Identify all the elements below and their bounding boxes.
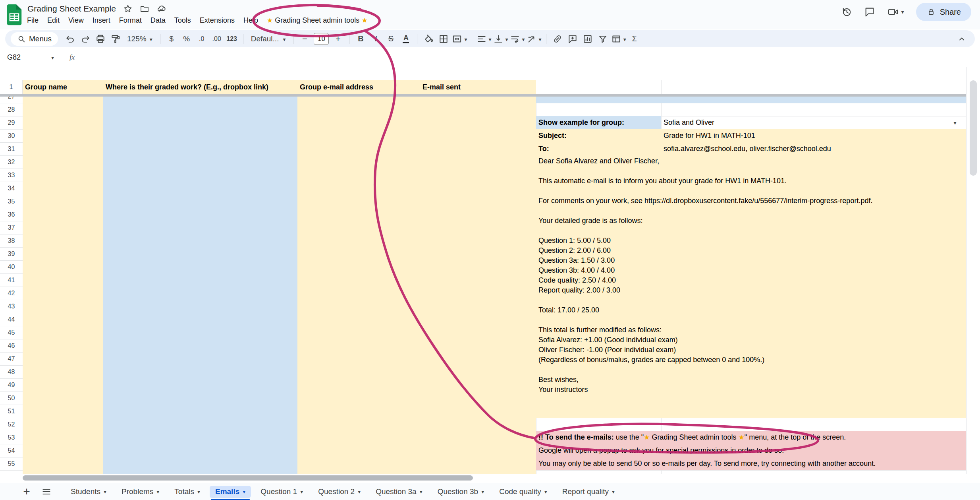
functions-button[interactable]: Σ — [628, 32, 641, 46]
sheet-tab[interactable]: Report quality — [557, 486, 620, 498]
decrease-decimals-button[interactable]: .0 — [195, 32, 208, 46]
sheet-tab[interactable]: Question 2 — [313, 486, 366, 498]
group-selector-value[interactable]: Sofia and Oliver — [664, 116, 714, 129]
sheet-tab[interactable]: Emails — [210, 486, 251, 498]
menu-item[interactable]: Tools — [170, 15, 195, 26]
row-number[interactable]: 44 — [0, 313, 23, 326]
font-select[interactable]: Defaul... — [248, 32, 289, 46]
create-filter-button[interactable] — [596, 32, 610, 46]
menu-item[interactable]: Insert — [88, 15, 115, 26]
menus-search-button[interactable]: Menus — [11, 32, 58, 46]
sheet-tab[interactable]: Problems — [116, 486, 165, 498]
row-number[interactable]: 39 — [0, 247, 23, 260]
paint-format-button[interactable] — [109, 32, 122, 46]
row-number[interactable]: 53 — [0, 431, 23, 444]
spreadsheet-grid[interactable]: 27 28 29 30 31 32 33 34 35 36 37 38 39 4… — [0, 97, 966, 474]
menu-item[interactable]: Help — [239, 15, 262, 26]
row-number[interactable]: 40 — [0, 260, 23, 273]
text-color-button[interactable]: A — [399, 32, 413, 46]
row-number[interactable]: 43 — [0, 300, 23, 313]
increase-font-size-button[interactable]: + — [331, 32, 345, 46]
redo-button[interactable] — [79, 32, 92, 46]
print-button[interactable] — [94, 32, 107, 46]
table-views-button[interactable] — [611, 32, 626, 46]
all-sheets-button[interactable] — [40, 485, 53, 498]
menu-item[interactable]: Format — [115, 15, 146, 26]
row-number[interactable]: 54 — [0, 444, 23, 457]
merge-cells-button[interactable] — [452, 32, 467, 46]
row-number[interactable]: 45 — [0, 326, 23, 339]
insert-chart-button[interactable] — [581, 32, 594, 46]
row-number[interactable]: 48 — [0, 365, 23, 378]
share-button[interactable]: Share — [916, 3, 971, 21]
group-selector-dropdown-icon[interactable] — [949, 116, 961, 129]
sheet-tab[interactable]: Question 3b — [432, 486, 490, 498]
format-currency-button[interactable]: $ — [165, 32, 178, 46]
row-number[interactable]: 51 — [0, 405, 23, 418]
insert-comment-button[interactable] — [566, 32, 579, 46]
format-percent-button[interactable]: % — [180, 32, 193, 46]
version-history-icon[interactable] — [841, 6, 852, 17]
comment-icon[interactable] — [864, 6, 875, 17]
sheet-tab[interactable]: Code quality — [494, 486, 553, 498]
fill-color-button[interactable] — [422, 32, 435, 46]
row-number[interactable]: 32 — [0, 155, 23, 169]
menu-item[interactable]: Data — [146, 15, 170, 26]
font-size-input[interactable]: 10 — [314, 33, 329, 45]
decrease-font-size-button[interactable]: − — [298, 32, 311, 46]
horizontal-scrollbar-thumb[interactable] — [23, 475, 473, 481]
row-number[interactable]: 56 — [0, 470, 23, 474]
row-number[interactable]: 38 — [0, 234, 23, 247]
cloud-status-icon[interactable] — [156, 4, 167, 14]
row-number[interactable]: 52 — [0, 418, 23, 431]
zoom-select[interactable]: 125% — [124, 32, 156, 46]
sheet-tab[interactable]: Question 1 — [255, 486, 309, 498]
menu-item[interactable]: Extensions — [195, 15, 239, 26]
collapse-toolbar-button[interactable] — [955, 32, 968, 46]
menu-item[interactable]: Edit — [43, 15, 64, 26]
text-rotation-button[interactable] — [527, 32, 542, 46]
horizontal-align-button[interactable] — [476, 32, 492, 46]
row-number[interactable]: 31 — [0, 142, 23, 155]
increase-decimals-button[interactable]: .00 — [210, 32, 224, 46]
row-number[interactable]: 47 — [0, 352, 23, 365]
star-favorite-icon[interactable] — [123, 4, 133, 14]
row-number[interactable]: 37 — [0, 221, 23, 234]
sheet-tab[interactable]: Totals — [169, 486, 206, 498]
row-number[interactable]: 36 — [0, 208, 23, 221]
italic-button[interactable]: I — [369, 32, 382, 46]
row-number[interactable]: 34 — [0, 182, 23, 195]
row-number[interactable]: 50 — [0, 391, 23, 405]
vertical-align-button[interactable] — [493, 32, 508, 46]
more-formats-button[interactable]: 123 — [225, 32, 239, 46]
borders-button[interactable] — [437, 32, 450, 46]
document-title[interactable]: Grading Sheet Example — [27, 4, 116, 14]
row-number[interactable]: 42 — [0, 287, 23, 300]
row-number[interactable]: 41 — [0, 273, 23, 287]
menu-item[interactable]: View — [64, 15, 88, 26]
row-number[interactable]: 28 — [0, 103, 23, 116]
name-box[interactable]: G82 — [0, 53, 59, 62]
vertical-scrollbar-thumb[interactable] — [970, 80, 977, 176]
meet-button[interactable] — [887, 6, 904, 17]
text-wrap-button[interactable] — [510, 32, 525, 46]
sheet-tab[interactable]: Students — [65, 486, 112, 498]
row-number[interactable]: 33 — [0, 169, 23, 182]
row-number[interactable]: 35 — [0, 195, 23, 208]
sheets-logo[interactable] — [7, 4, 22, 26]
sheet-tab[interactable]: Question 3a — [370, 486, 428, 498]
row-number[interactable]: 55 — [0, 457, 23, 470]
strikethrough-button[interactable]: S — [384, 32, 397, 46]
move-folder-icon[interactable] — [140, 4, 149, 14]
vertical-scrollbar[interactable] — [966, 67, 980, 474]
undo-button[interactable] — [64, 32, 77, 46]
row-number[interactable]: 1 — [0, 80, 23, 94]
menu-item[interactable]: File — [23, 15, 43, 26]
row-number[interactable]: 27 — [0, 97, 23, 103]
row-number[interactable]: 30 — [0, 129, 23, 142]
row-number[interactable]: 46 — [0, 339, 23, 352]
menu-item-admin-tools[interactable]: ★ Grading Sheet admin tools ★ — [262, 15, 372, 26]
row-number[interactable]: 49 — [0, 378, 23, 391]
bold-button[interactable]: B — [354, 32, 367, 46]
insert-link-button[interactable] — [551, 32, 564, 46]
